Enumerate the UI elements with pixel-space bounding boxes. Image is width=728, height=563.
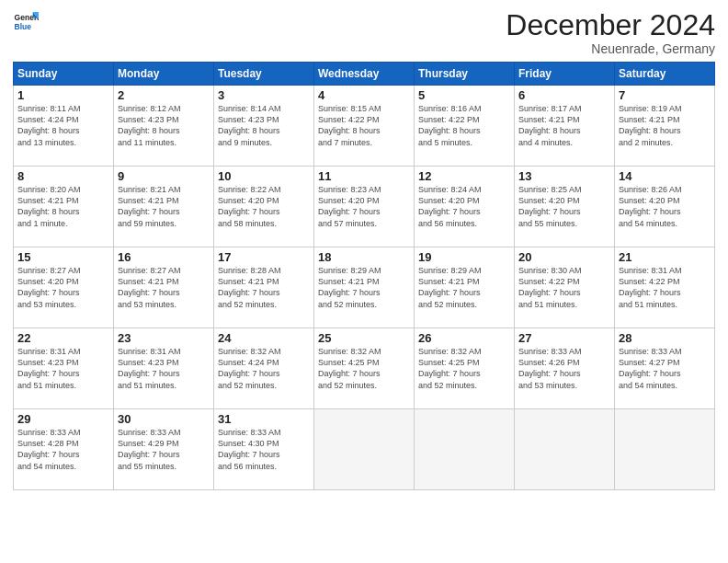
day-cell: 28Sunrise: 8:33 AMSunset: 4:27 PMDayligh…	[615, 328, 715, 409]
header-cell-wednesday: Wednesday	[314, 63, 415, 86]
day-number: 10	[218, 169, 310, 183]
week-row-4: 22Sunrise: 8:31 AMSunset: 4:23 PMDayligh…	[14, 328, 715, 409]
day-number: 30	[118, 412, 210, 426]
day-info: Sunrise: 8:30 AMSunset: 4:22 PMDaylight:…	[518, 265, 610, 310]
day-number: 8	[17, 169, 109, 183]
day-cell: 26Sunrise: 8:32 AMSunset: 4:25 PMDayligh…	[415, 328, 515, 409]
day-cell: 3Sunrise: 8:14 AMSunset: 4:23 PMDaylight…	[214, 86, 314, 167]
logo: General Blue	[13, 9, 39, 35]
day-info: Sunrise: 8:33 AMSunset: 4:26 PMDaylight:…	[518, 346, 610, 391]
day-info: Sunrise: 8:24 AMSunset: 4:20 PMDaylight:…	[418, 184, 510, 229]
day-number: 2	[118, 88, 210, 102]
header-cell-saturday: Saturday	[615, 63, 715, 86]
day-number: 23	[118, 331, 210, 345]
day-info: Sunrise: 8:26 AMSunset: 4:20 PMDaylight:…	[619, 184, 711, 229]
day-info: Sunrise: 8:23 AMSunset: 4:20 PMDaylight:…	[318, 184, 410, 229]
day-number: 15	[17, 250, 109, 264]
week-row-2: 8Sunrise: 8:20 AMSunset: 4:21 PMDaylight…	[14, 167, 715, 247]
day-number: 18	[318, 250, 410, 264]
day-info: Sunrise: 8:33 AMSunset: 4:29 PMDaylight:…	[118, 427, 210, 472]
day-cell: 23Sunrise: 8:31 AMSunset: 4:23 PMDayligh…	[114, 328, 214, 409]
day-number: 21	[619, 250, 711, 264]
day-cell	[615, 409, 715, 490]
week-row-5: 29Sunrise: 8:33 AMSunset: 4:28 PMDayligh…	[14, 409, 715, 490]
day-number: 29	[17, 412, 109, 426]
day-cell: 22Sunrise: 8:31 AMSunset: 4:23 PMDayligh…	[14, 328, 114, 409]
day-info: Sunrise: 8:29 AMSunset: 4:21 PMDaylight:…	[418, 265, 510, 310]
day-cell: 9Sunrise: 8:21 AMSunset: 4:21 PMDaylight…	[114, 167, 214, 247]
day-number: 12	[418, 169, 510, 183]
day-info: Sunrise: 8:31 AMSunset: 4:23 PMDaylight:…	[118, 346, 210, 391]
day-number: 11	[318, 169, 410, 183]
day-number: 24	[218, 331, 310, 345]
day-info: Sunrise: 8:29 AMSunset: 4:21 PMDaylight:…	[318, 265, 410, 310]
day-cell: 25Sunrise: 8:32 AMSunset: 4:25 PMDayligh…	[314, 328, 415, 409]
day-cell: 30Sunrise: 8:33 AMSunset: 4:29 PMDayligh…	[114, 409, 214, 490]
day-number: 3	[218, 88, 310, 102]
header-cell-thursday: Thursday	[415, 63, 515, 86]
day-cell: 16Sunrise: 8:27 AMSunset: 4:21 PMDayligh…	[114, 247, 214, 328]
day-info: Sunrise: 8:11 AMSunset: 4:24 PMDaylight:…	[17, 103, 109, 148]
header-cell-sunday: Sunday	[14, 63, 114, 86]
title-block: December 2024 Neuenrade, Germany	[506, 9, 715, 56]
header-cell-friday: Friday	[515, 63, 615, 86]
day-number: 7	[619, 88, 711, 102]
day-info: Sunrise: 8:33 AMSunset: 4:30 PMDaylight:…	[218, 427, 310, 472]
day-cell: 14Sunrise: 8:26 AMSunset: 4:20 PMDayligh…	[615, 167, 715, 247]
day-number: 28	[619, 331, 711, 345]
month-title: December 2024	[506, 9, 715, 41]
day-number: 31	[218, 412, 310, 426]
day-info: Sunrise: 8:32 AMSunset: 4:24 PMDaylight:…	[218, 346, 310, 391]
day-number: 9	[118, 169, 210, 183]
day-number: 6	[518, 88, 610, 102]
day-number: 14	[619, 169, 711, 183]
day-cell	[415, 409, 515, 490]
day-cell: 5Sunrise: 8:16 AMSunset: 4:22 PMDaylight…	[415, 86, 515, 167]
day-info: Sunrise: 8:21 AMSunset: 4:21 PMDaylight:…	[118, 184, 210, 229]
day-info: Sunrise: 8:32 AMSunset: 4:25 PMDaylight:…	[418, 346, 510, 391]
day-cell	[515, 409, 615, 490]
day-cell: 17Sunrise: 8:28 AMSunset: 4:21 PMDayligh…	[214, 247, 314, 328]
day-number: 25	[318, 331, 410, 345]
day-cell: 12Sunrise: 8:24 AMSunset: 4:20 PMDayligh…	[415, 167, 515, 247]
day-cell: 4Sunrise: 8:15 AMSunset: 4:22 PMDaylight…	[314, 86, 415, 167]
day-cell: 2Sunrise: 8:12 AMSunset: 4:23 PMDaylight…	[114, 86, 214, 167]
location: Neuenrade, Germany	[506, 41, 715, 56]
day-number: 4	[318, 88, 410, 102]
svg-text:Blue: Blue	[15, 22, 32, 31]
page: General Blue December 2024 Neuenrade, Ge…	[0, 0, 728, 563]
header-cell-monday: Monday	[114, 63, 214, 86]
logo-icon: General Blue	[13, 9, 39, 35]
day-info: Sunrise: 8:33 AMSunset: 4:27 PMDaylight:…	[619, 346, 711, 391]
day-cell: 31Sunrise: 8:33 AMSunset: 4:30 PMDayligh…	[214, 409, 314, 490]
day-number: 5	[418, 88, 510, 102]
day-cell: 11Sunrise: 8:23 AMSunset: 4:20 PMDayligh…	[314, 167, 415, 247]
day-cell: 6Sunrise: 8:17 AMSunset: 4:21 PMDaylight…	[515, 86, 615, 167]
day-number: 16	[118, 250, 210, 264]
day-cell: 7Sunrise: 8:19 AMSunset: 4:21 PMDaylight…	[615, 86, 715, 167]
day-info: Sunrise: 8:15 AMSunset: 4:22 PMDaylight:…	[318, 103, 410, 148]
day-number: 20	[518, 250, 610, 264]
day-info: Sunrise: 8:14 AMSunset: 4:23 PMDaylight:…	[218, 103, 310, 148]
calendar-table: SundayMondayTuesdayWednesdayThursdayFrid…	[13, 62, 715, 490]
week-row-3: 15Sunrise: 8:27 AMSunset: 4:20 PMDayligh…	[14, 247, 715, 328]
day-info: Sunrise: 8:31 AMSunset: 4:23 PMDaylight:…	[17, 346, 109, 391]
day-info: Sunrise: 8:22 AMSunset: 4:20 PMDaylight:…	[218, 184, 310, 229]
day-cell: 27Sunrise: 8:33 AMSunset: 4:26 PMDayligh…	[515, 328, 615, 409]
day-info: Sunrise: 8:17 AMSunset: 4:21 PMDaylight:…	[518, 103, 610, 148]
day-info: Sunrise: 8:25 AMSunset: 4:20 PMDaylight:…	[518, 184, 610, 229]
day-number: 27	[518, 331, 610, 345]
day-cell: 10Sunrise: 8:22 AMSunset: 4:20 PMDayligh…	[214, 167, 314, 247]
day-info: Sunrise: 8:27 AMSunset: 4:21 PMDaylight:…	[118, 265, 210, 310]
day-cell: 8Sunrise: 8:20 AMSunset: 4:21 PMDaylight…	[14, 167, 114, 247]
calendar-body: 1Sunrise: 8:11 AMSunset: 4:24 PMDaylight…	[14, 86, 715, 490]
day-cell: 20Sunrise: 8:30 AMSunset: 4:22 PMDayligh…	[515, 247, 615, 328]
header-row: SundayMondayTuesdayWednesdayThursdayFrid…	[14, 63, 715, 86]
day-cell: 24Sunrise: 8:32 AMSunset: 4:24 PMDayligh…	[214, 328, 314, 409]
calendar-header: SundayMondayTuesdayWednesdayThursdayFrid…	[14, 63, 715, 86]
day-number: 17	[218, 250, 310, 264]
day-info: Sunrise: 8:19 AMSunset: 4:21 PMDaylight:…	[619, 103, 711, 148]
day-number: 13	[518, 169, 610, 183]
day-info: Sunrise: 8:32 AMSunset: 4:25 PMDaylight:…	[318, 346, 410, 391]
day-number: 22	[17, 331, 109, 345]
